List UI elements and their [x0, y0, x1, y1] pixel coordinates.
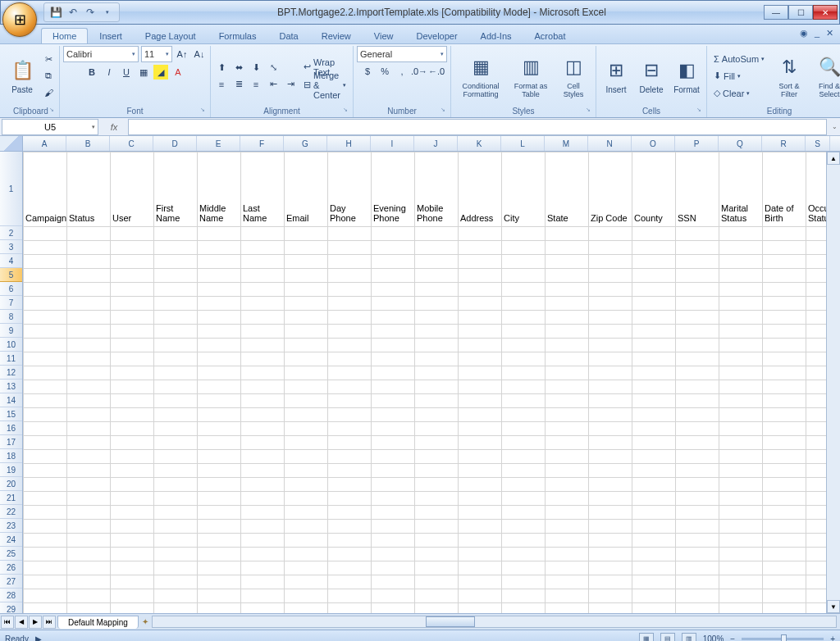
row-header-7[interactable]: 7 [0, 296, 22, 310]
row-header-6[interactable]: 6 [0, 282, 22, 296]
cell-Q1[interactable]: Marital Status [719, 152, 762, 225]
delete-cells-button[interactable]: ⊟Delete [635, 56, 668, 96]
column-header-F[interactable]: F [240, 136, 284, 151]
column-header-B[interactable]: B [66, 136, 110, 151]
column-header-R[interactable]: R [762, 136, 806, 151]
office-button[interactable]: ⊞ [2, 2, 37, 37]
sheet-tab-default-mapping[interactable]: Default Mapping [57, 616, 139, 629]
indent-dec-icon[interactable]: ⇤ [266, 77, 281, 92]
fill-color-icon[interactable]: ◢ [153, 65, 168, 80]
indent-inc-icon[interactable]: ⇥ [283, 77, 298, 92]
column-header-S[interactable]: S [806, 136, 830, 151]
format-cells-button[interactable]: ◧Format [670, 56, 703, 96]
cell-I1[interactable]: Evening Phone [371, 152, 414, 225]
tab-review[interactable]: Review [310, 28, 363, 43]
column-header-P[interactable]: P [675, 136, 719, 151]
row-header-9[interactable]: 9 [0, 324, 22, 338]
column-header-H[interactable]: H [327, 136, 371, 151]
row-header-28[interactable]: 28 [0, 589, 22, 602]
help-icon[interactable]: ◉ [800, 28, 808, 39]
cell-O1[interactable]: County [632, 152, 675, 225]
row-header-20[interactable]: 20 [0, 477, 22, 491]
cell-styles-button[interactable]: ◫Cell Styles [555, 52, 592, 100]
row-header-5[interactable]: 5 [0, 268, 22, 282]
currency-icon[interactable]: $ [360, 64, 375, 79]
merge-center-button[interactable]: ⊟Merge & Center▾ [300, 77, 349, 93]
normal-view-icon[interactable]: ▦ [639, 633, 654, 642]
zoom-slider[interactable] [742, 638, 824, 640]
tab-data[interactable]: Data [267, 28, 309, 43]
autosum-button[interactable]: ΣAutoSum▾ [710, 51, 768, 67]
row-header-15[interactable]: 15 [0, 407, 22, 421]
align-bottom-icon[interactable]: ⬇ [249, 61, 263, 75]
row-header-13[interactable]: 13 [0, 380, 22, 393]
formula-input[interactable] [128, 119, 827, 135]
minimize-ribbon-icon[interactable]: _ [815, 28, 819, 39]
undo-icon[interactable]: ↶ [66, 6, 80, 19]
first-sheet-icon[interactable]: ⏮ [1, 616, 14, 629]
row-header-17[interactable]: 17 [0, 435, 22, 449]
row-header-16[interactable]: 16 [0, 421, 22, 435]
cell-B1[interactable]: Status [66, 152, 110, 225]
row-header-2[interactable]: 2 [0, 226, 22, 240]
align-center-icon[interactable]: ≣ [231, 77, 246, 92]
new-sheet-icon[interactable]: ✦ [142, 617, 148, 626]
italic-button[interactable]: I [102, 65, 116, 80]
find-select-button[interactable]: 🔍Find & Select [810, 52, 840, 100]
cell-H1[interactable]: Day Phone [327, 152, 371, 225]
save-icon[interactable]: 💾 [49, 6, 62, 19]
name-box[interactable]: U5▾ [2, 119, 98, 135]
column-header-D[interactable]: D [153, 136, 197, 151]
page-break-view-icon[interactable]: ▥ [682, 633, 696, 642]
column-header-A[interactable]: A [23, 136, 66, 151]
row-header-10[interactable]: 10 [0, 338, 22, 352]
last-sheet-icon[interactable]: ⏭ [43, 616, 56, 629]
row-header-26[interactable]: 26 [0, 561, 22, 575]
number-format-combo[interactable]: General▾ [357, 46, 447, 62]
zoom-level[interactable]: 100% [703, 634, 724, 641]
paste-button[interactable]: 📋 Paste [6, 56, 39, 96]
align-middle-icon[interactable]: ⬌ [231, 61, 246, 75]
column-header-K[interactable]: K [458, 136, 501, 151]
row-header-27[interactable]: 27 [0, 575, 22, 589]
row-header-8[interactable]: 8 [0, 310, 22, 324]
fill-button[interactable]: ⬇Fill▾ [710, 68, 768, 84]
column-header-L[interactable]: L [501, 136, 545, 151]
row-header-1[interactable]: 1 [0, 152, 22, 226]
align-top-icon[interactable]: ⬆ [214, 61, 229, 75]
maximize-button[interactable]: ☐ [788, 5, 813, 20]
zoom-out-icon[interactable]: − [730, 634, 735, 641]
font-color-icon[interactable]: A [171, 65, 185, 80]
next-sheet-icon[interactable]: ▶ [29, 616, 42, 629]
tab-page-layout[interactable]: Page Layout [134, 28, 208, 43]
macro-icon[interactable]: ▶ [35, 634, 42, 641]
row-header-21[interactable]: 21 [0, 491, 22, 505]
row-header-29[interactable]: 29 [0, 602, 22, 613]
cell-R1[interactable]: Date of Birth [762, 152, 806, 225]
shrink-font-icon[interactable]: A↓ [192, 47, 207, 61]
cell-E1[interactable]: Middle Name [197, 152, 240, 225]
column-header-I[interactable]: I [371, 136, 414, 151]
tab-home[interactable]: Home [41, 28, 88, 43]
prev-sheet-icon[interactable]: ◀ [15, 616, 28, 629]
close-button[interactable]: ✕ [813, 5, 838, 20]
format-table-button[interactable]: ▥Format as Table [509, 52, 552, 100]
column-header-G[interactable]: G [284, 136, 327, 151]
column-header-O[interactable]: O [632, 136, 675, 151]
horizontal-scrollbar[interactable] [152, 616, 837, 628]
page-layout-view-icon[interactable]: ▤ [660, 633, 675, 642]
column-header-M[interactable]: M [545, 136, 588, 151]
expand-formula-icon[interactable]: ⌄ [829, 123, 840, 130]
column-header-J[interactable]: J [414, 136, 458, 151]
tab-addins[interactable]: Add-Ins [469, 28, 523, 43]
row-header-24[interactable]: 24 [0, 533, 22, 547]
fx-button[interactable]: fx [100, 122, 128, 132]
minimize-button[interactable]: — [764, 5, 788, 20]
underline-button[interactable]: U [119, 65, 134, 80]
column-header-N[interactable]: N [588, 136, 632, 151]
align-right-icon[interactable]: ≡ [249, 77, 263, 92]
format-painter-icon[interactable]: 🖌 [41, 85, 56, 100]
cell-J1[interactable]: Mobile Phone [414, 152, 458, 225]
row-header-18[interactable]: 18 [0, 449, 22, 463]
bold-button[interactable]: B [84, 65, 99, 80]
